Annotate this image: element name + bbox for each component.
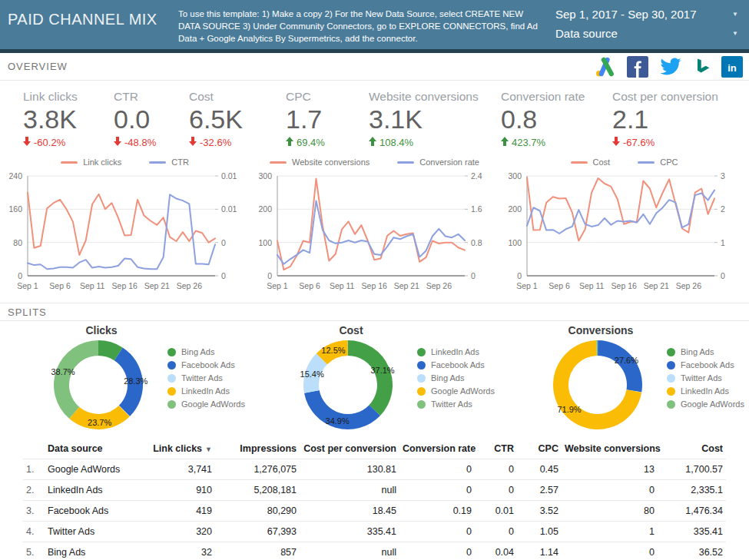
legend-item: Google AdWords xyxy=(167,399,245,409)
svg-text:Sep 11: Sep 11 xyxy=(330,281,355,290)
twitter-icon xyxy=(658,56,683,77)
column-header-cost-per-conversion[interactable]: Cost per conversion xyxy=(300,438,399,459)
kpi-delta-value: -48.8% xyxy=(124,137,156,148)
legend-dot xyxy=(417,374,426,383)
kpi-value: 3.8K xyxy=(23,104,114,134)
cell-value: 80 xyxy=(562,501,658,522)
splits-section-header: SPLITS xyxy=(0,303,749,321)
cell-value: 13 xyxy=(562,459,658,480)
cell-value: 0 xyxy=(475,522,517,542)
kpi-value: 6.5K xyxy=(189,104,286,134)
legend-dot xyxy=(667,387,675,396)
data-source-selector[interactable]: Data source ▼ xyxy=(551,24,743,43)
row-index: 2. xyxy=(23,480,45,501)
column-header-website-conversions[interactable]: Website conversions xyxy=(562,438,658,459)
column-header-ctr[interactable]: CTR xyxy=(475,438,517,459)
cell-value: 0 xyxy=(475,459,517,480)
cell-value: 0.04 xyxy=(475,542,517,560)
legend-item: Link clicks xyxy=(61,157,121,167)
donut-slice-label: 15.4% xyxy=(300,369,324,379)
legend-dot xyxy=(667,374,675,383)
donut-slice-label: 28.3% xyxy=(124,376,147,386)
cell-value: null xyxy=(300,480,399,501)
overview-section-header: OVERVIEW in xyxy=(0,53,749,81)
cell-value: 0.01 xyxy=(475,501,517,522)
kpi-label: Conversion rate xyxy=(501,90,612,104)
cell-data-source: Bing Ads xyxy=(45,542,144,560)
column-header-cost[interactable]: Cost xyxy=(658,438,726,459)
column-header-impressions[interactable]: Impressions xyxy=(215,438,300,459)
header-selectors: Sep 1, 2017 - Sep 30, 2017 ▼ Data source… xyxy=(551,5,743,43)
column-header-data-source[interactable]: Data source xyxy=(45,438,144,459)
svg-text:1: 1 xyxy=(721,238,725,247)
svg-text:0: 0 xyxy=(221,271,226,280)
column-header-link-clicks[interactable]: Link clicks▼ xyxy=(144,438,215,459)
cell-value: 320 xyxy=(144,522,215,542)
cell-value: 0 xyxy=(562,542,658,560)
svg-text:160: 160 xyxy=(8,204,22,214)
column-header-conversion-rate[interactable]: Conversion rate xyxy=(399,438,475,459)
cell-value: 0.19 xyxy=(399,501,475,522)
line-chart-svg: 3002.42001.61000.800Sep 1Sep 6Sep 11Sep … xyxy=(250,170,494,294)
svg-text:200: 200 xyxy=(508,204,522,214)
legend-label: LinkedIn Ads xyxy=(181,386,230,396)
donut-charts-row: Clicks28.3%23.7%38.7%Bing AdsFacebook Ad… xyxy=(0,321,749,436)
legend-item: LinkedIn Ads xyxy=(167,386,245,396)
table-row: 1.Google AdWords3,7411,276,075130.81000.… xyxy=(23,459,726,480)
line-charts-row: Link clicksCTR2400.011600.0180000Sep 1Se… xyxy=(0,154,749,300)
kpi-delta-value: 108.4% xyxy=(379,137,413,148)
arrow-down-icon xyxy=(23,137,31,148)
series-line-conversion-rate xyxy=(277,201,465,264)
legend-dot xyxy=(167,361,176,369)
legend-dot xyxy=(417,361,426,369)
svg-text:300: 300 xyxy=(258,171,272,181)
cell-value: 2.57 xyxy=(517,480,562,501)
svg-text:Sep 26: Sep 26 xyxy=(177,281,202,290)
kpi-delta: -48.8% xyxy=(114,137,189,148)
arrow-down-icon xyxy=(114,137,121,148)
legend-label: Google AdWords xyxy=(681,399,744,409)
kpi-card-conversion-rate: Conversion rate0.8423.7% xyxy=(501,90,612,153)
kpi-delta-value: -67.6% xyxy=(623,137,655,148)
kpi-card-ctr: CTR0.0-48.8% xyxy=(114,90,189,153)
donut-slice-label: 38.7% xyxy=(51,367,75,376)
table-body: 1.Google AdWords3,7411,276,075130.81000.… xyxy=(23,459,726,560)
kpi-card-cost: Cost6.5K-32.6% xyxy=(189,90,286,153)
kpi-delta-value: 423.7% xyxy=(512,137,545,148)
chart-legend: Link clicksCTR xyxy=(0,154,250,170)
donut-block: Cost37.1%34.9%15.4%12.5% xyxy=(297,324,405,436)
linkedin-icon: in xyxy=(721,56,743,78)
legend-label: Facebook Ads xyxy=(181,360,235,369)
date-range-value: Sep 1, 2017 - Sep 30, 2017 xyxy=(555,8,696,21)
table-row: 2.LinkedIn Ads9105,208,181null002.5702,3… xyxy=(23,480,726,501)
legend-item: Twitter Ads xyxy=(667,373,744,383)
svg-text:Sep 16: Sep 16 xyxy=(611,281,637,290)
chart-legend: Website conversionsConversion rate xyxy=(250,154,499,170)
legend-item: Twitter Ads xyxy=(167,373,245,383)
legend-item: LinkedIn Ads xyxy=(417,347,495,356)
svg-text:300: 300 xyxy=(508,171,522,181)
date-range-selector[interactable]: Sep 1, 2017 - Sep 30, 2017 ▼ xyxy=(551,5,743,24)
legend-label: LinkedIn Ads xyxy=(681,386,729,396)
legend-item: Bing Ads xyxy=(417,373,495,383)
cell-value: 1.14 xyxy=(517,542,562,560)
cell-value: 335.41 xyxy=(300,522,399,542)
kpi-delta: -60.2% xyxy=(23,137,114,148)
legend-dot xyxy=(667,361,675,369)
cell-data-source: LinkedIn Ads xyxy=(45,480,144,501)
cell-data-source: Google AdWords xyxy=(45,459,144,480)
svg-text:100: 100 xyxy=(258,238,272,247)
cell-data-source: Facebook Ads xyxy=(45,501,144,522)
column-header-cpc[interactable]: CPC xyxy=(517,438,562,459)
legend-label: Bing Ads xyxy=(181,347,214,356)
cell-value: 3,741 xyxy=(144,459,215,480)
kpi-value: 0.0 xyxy=(114,104,189,134)
cell-value: 18.45 xyxy=(300,501,399,522)
svg-text:Sep 11: Sep 11 xyxy=(80,281,105,290)
cell-data-source: Twitter Ads xyxy=(45,522,144,542)
cell-value: 1.05 xyxy=(517,522,562,542)
page-title: PAID CHANNEL MIX xyxy=(8,11,157,28)
sort-desc-icon: ▼ xyxy=(205,446,212,453)
svg-text:0: 0 xyxy=(221,238,226,247)
legend-dot xyxy=(167,374,176,383)
